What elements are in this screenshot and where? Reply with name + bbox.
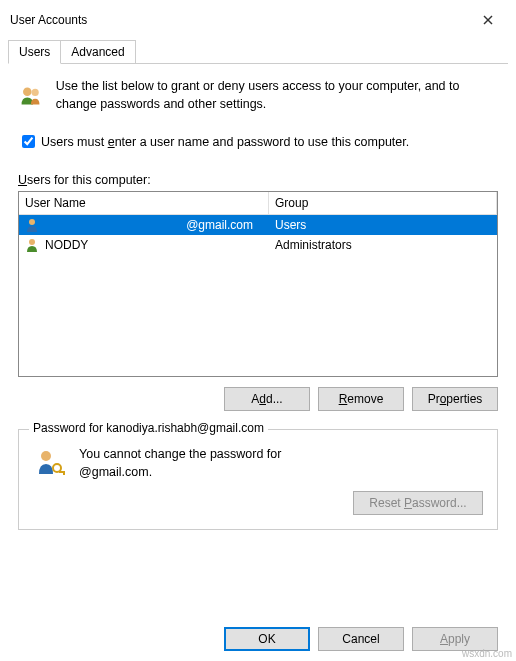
info-text: Use the list below to grant or deny user…	[56, 78, 498, 113]
tab-users[interactable]: Users	[8, 40, 61, 64]
users-list-label: Users for this computer:	[18, 173, 498, 187]
add-button[interactable]: Add...	[224, 387, 310, 411]
svg-point-6	[41, 451, 51, 461]
reset-password-row: Reset Password...	[33, 491, 483, 515]
list-buttons-row: Add... Remove Properties	[18, 387, 498, 411]
fieldset-legend: Password for kanodiya.rishabh@gmail.com	[29, 421, 268, 435]
reset-password-button: Reset Password...	[353, 491, 483, 515]
require-password-checkbox-row[interactable]: Users must enter a user name and passwor…	[18, 132, 498, 151]
listview-header: User Name Group	[19, 192, 497, 215]
titlebar: User Accounts	[0, 0, 516, 40]
cell-group: Administrators	[269, 236, 497, 254]
dialog-buttons: OK Cancel Apply	[224, 627, 498, 651]
users-listview[interactable]: User Name Group @gmail.com Users NODDY A…	[18, 191, 498, 377]
window-title: User Accounts	[10, 13, 87, 27]
table-row[interactable]: NODDY Administrators	[19, 235, 497, 255]
properties-button[interactable]: Properties	[412, 387, 498, 411]
watermark: wsxdn.com	[462, 648, 512, 659]
cancel-button[interactable]: Cancel	[318, 627, 404, 651]
require-password-label: Users must enter a user name and passwor…	[41, 135, 409, 149]
require-password-checkbox[interactable]	[22, 135, 35, 148]
svg-point-3	[32, 89, 39, 96]
cell-username: NODDY	[19, 236, 269, 254]
cell-username: @gmail.com	[19, 216, 269, 234]
info-row: Use the list below to grant or deny user…	[18, 78, 498, 114]
table-row[interactable]: @gmail.com Users	[19, 215, 497, 235]
key-user-icon	[33, 446, 67, 480]
tab-users-panel: Use the list below to grant or deny user…	[0, 64, 516, 540]
svg-point-4	[29, 219, 35, 225]
svg-point-5	[29, 239, 35, 245]
svg-point-2	[23, 87, 32, 96]
cell-group: Users	[269, 216, 497, 234]
svg-point-7	[53, 464, 61, 472]
column-username[interactable]: User Name	[19, 192, 269, 215]
column-group[interactable]: Group	[269, 192, 497, 215]
person-icon	[25, 218, 39, 232]
users-icon	[18, 78, 44, 114]
password-fieldset: Password for kanodiya.rishabh@gmail.com …	[18, 429, 498, 530]
close-icon	[483, 15, 493, 25]
username-text: @gmail.com	[186, 218, 263, 232]
person-icon	[25, 238, 39, 252]
tab-advanced[interactable]: Advanced	[60, 40, 135, 64]
remove-button[interactable]: Remove	[318, 387, 404, 411]
tabstrip: Users Advanced	[0, 40, 516, 64]
close-button[interactable]	[470, 8, 506, 32]
password-info-row: You cannot change the password for @gmai…	[33, 446, 483, 481]
password-info-text: You cannot change the password for @gmai…	[79, 446, 281, 481]
ok-button[interactable]: OK	[224, 627, 310, 651]
username-text: NODDY	[45, 238, 88, 252]
svg-rect-9	[63, 471, 65, 475]
